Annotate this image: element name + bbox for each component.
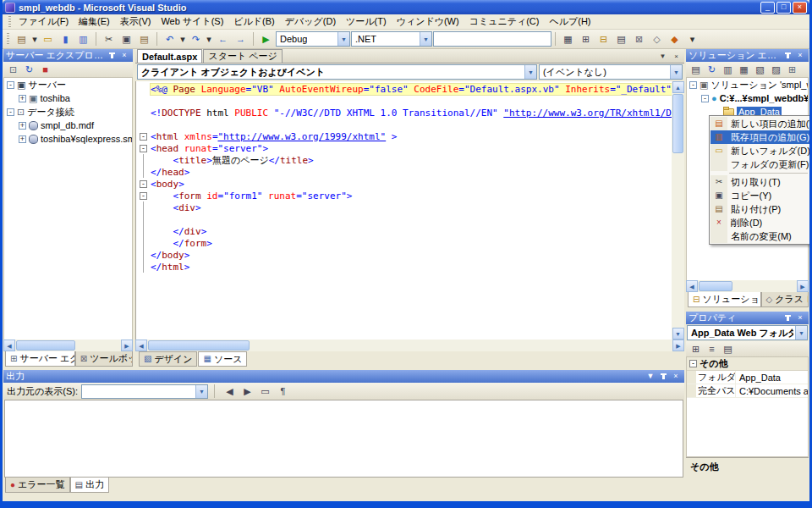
editor-vertical-scrollbar[interactable]: ▲ ▼: [672, 81, 684, 340]
find-in-files-button[interactable]: ▦: [559, 30, 577, 47]
event-dropdown-button[interactable]: ▼: [670, 65, 682, 79]
navigate-forward-button[interactable]: →: [232, 30, 250, 47]
pin-button[interactable]: [106, 51, 118, 61]
object-browser-button[interactable]: ◇: [648, 30, 666, 47]
category-collapse-icon[interactable]: -: [689, 360, 697, 367]
toolbar-grip[interactable]: [7, 33, 9, 45]
editor-horizontal-scrollbar[interactable]: ◀ ▶: [135, 340, 684, 351]
tree-item-1[interactable]: -●C:¥...¥smpl_webdb¥: [687, 91, 808, 105]
scroll-down-button[interactable]: ▼: [672, 328, 684, 340]
tree-expander-icon[interactable]: +: [19, 95, 26, 102]
connect-to-database-button[interactable]: ⊡: [5, 63, 21, 77]
debug-config-combo[interactable]: Debug ▼: [276, 31, 350, 47]
tree-item-1[interactable]: +▣toshiba: [4, 91, 132, 105]
context-menu-item-2[interactable]: ▭新しいフォルダ(D): [710, 144, 809, 157]
toolbar-options-button[interactable]: ▾: [683, 30, 701, 47]
property-value[interactable]: C:¥Documents and: [736, 386, 808, 396]
output-content[interactable]: [4, 400, 683, 478]
cut-button[interactable]: ✂: [100, 30, 118, 47]
output-splitter[interactable]: [3, 367, 684, 370]
pin-button[interactable]: [657, 372, 669, 382]
code-editor[interactable]: <%@ Page Language="VB" AutoEventWireup="…: [136, 81, 672, 340]
menu-item-2[interactable]: 表示(V): [115, 14, 156, 30]
copy-web-site-button[interactable]: ▨: [768, 63, 784, 77]
asp-net-configuration-button[interactable]: ⊞: [784, 63, 800, 77]
left-dock-tab-1[interactable]: ⊠ツールボックス: [75, 351, 133, 367]
fold-collapse-icon[interactable]: -: [140, 133, 147, 141]
save-button[interactable]: ▮: [57, 30, 74, 47]
close-panel-button[interactable]: ×: [670, 372, 682, 382]
code-line-4[interactable]: [136, 119, 672, 130]
save-all-button[interactable]: ▥: [74, 30, 92, 47]
properties-window-button[interactable]: ▤: [612, 30, 630, 47]
alphabetical-button[interactable]: ≡: [704, 342, 720, 356]
right-splitter[interactable]: [684, 49, 686, 495]
scroll-thumb[interactable]: [16, 340, 75, 351]
scroll-left-button[interactable]: ◀: [3, 340, 15, 351]
new-web-site-button[interactable]: ▤: [13, 30, 30, 47]
view-designer-button[interactable]: ▧: [752, 63, 768, 77]
code-line-14[interactable]: </form>: [136, 237, 672, 249]
menu-grip[interactable]: [8, 16, 11, 28]
object-dropdown-button[interactable]: ▼: [524, 65, 536, 79]
code-line-8[interactable]: </head>: [136, 166, 672, 178]
output-tab-1[interactable]: ▤出力: [70, 478, 109, 493]
document-list-button[interactable]: ▼: [656, 51, 669, 63]
output-tab-0[interactable]: ●エラー一覧: [5, 478, 70, 493]
server-explorer-header[interactable]: サーバー エクスプローラ ×: [3, 49, 133, 62]
command-window-button[interactable]: ⊞: [577, 30, 595, 47]
scroll-thumb[interactable]: [699, 281, 732, 291]
document-tab-0[interactable]: Default.aspx: [137, 49, 202, 63]
tree-item-0[interactable]: -▣サーバー: [4, 78, 132, 91]
scroll-left-button[interactable]: ◀: [686, 280, 698, 292]
paste-button[interactable]: ▤: [135, 30, 153, 47]
close-document-button[interactable]: ×: [670, 51, 683, 63]
menu-item-4[interactable]: ビルド(B): [228, 14, 279, 30]
context-menu-item-0[interactable]: ▤新しい項目の追加(W)...: [710, 117, 809, 130]
code-line-10[interactable]: - <form id="form1" runat="server">: [136, 190, 672, 202]
scroll-right-button[interactable]: ▶: [672, 340, 684, 351]
scroll-up-button[interactable]: ▲: [672, 81, 684, 93]
open-file-button[interactable]: ▭: [39, 30, 57, 47]
view-tab-1[interactable]: ▦ソース: [198, 351, 247, 367]
start-page-button[interactable]: ◆: [666, 30, 683, 47]
window-menu-button[interactable]: ▼: [645, 372, 656, 382]
server-explorer-hscrollbar[interactable]: ◀ ▶: [3, 340, 133, 351]
properties-header[interactable]: プロパティ ×: [686, 312, 809, 324]
properties-object-dropdown[interactable]: App_Data Web フォルダのプロパティ ▼: [687, 325, 808, 340]
tree-expander-icon[interactable]: -: [7, 81, 14, 89]
pin-button[interactable]: [782, 51, 793, 61]
code-line-9[interactable]: -<body>: [136, 178, 672, 190]
fold-collapse-icon[interactable]: -: [140, 145, 147, 152]
scroll-thumb[interactable]: [672, 94, 683, 153]
go-to-next-message-button[interactable]: ▶: [239, 383, 256, 400]
tree-item-2[interactable]: -⊡データ接続: [4, 105, 132, 119]
fold-toggle[interactable]: -: [136, 190, 151, 202]
property-category-row[interactable]: -その他: [687, 357, 808, 371]
context-menu-item-8[interactable]: ×削除(D): [710, 216, 809, 229]
scroll-right-button[interactable]: ▶: [121, 340, 133, 351]
code-line-2[interactable]: [136, 95, 672, 107]
left-splitter[interactable]: [133, 49, 135, 367]
tree-expander-icon[interactable]: -: [689, 81, 697, 89]
code-line-1[interactable]: <%@ Page Language="VB" AutoEventWireup="…: [136, 83, 672, 95]
code-line-7[interactable]: <title>無題のページ</title>: [136, 154, 672, 166]
restore-button[interactable]: □: [776, 2, 791, 14]
title-bar[interactable]: smpl_webdb - Microsoft Visual Studio _ □…: [3, 0, 809, 14]
code-line-11[interactable]: <div>: [136, 202, 672, 213]
drop-arrow-button[interactable]: ▾: [205, 30, 213, 47]
tree-item-0[interactable]: -▣ソリューション 'smpl_webdb' (1 プロジェクト): [687, 78, 808, 91]
property-pages-button[interactable]: ▤: [720, 342, 736, 356]
drop-arrow-button[interactable]: ▾: [178, 30, 187, 47]
menu-item-8[interactable]: コミュニティ(C): [464, 14, 545, 30]
categorized-button[interactable]: ⊞: [688, 342, 704, 356]
scroll-thumb[interactable]: [148, 340, 250, 351]
view-code-button[interactable]: ▦: [736, 63, 752, 77]
property-row-1[interactable]: 完全パスC:¥Documents and: [687, 384, 808, 398]
fold-toggle[interactable]: -: [136, 178, 151, 190]
right-dock-tab-1[interactable]: ◇クラス ビュー: [761, 292, 809, 307]
event-dropdown[interactable]: (イベントなし) ▼: [539, 64, 683, 80]
nest-related-files-button[interactable]: ▥: [720, 63, 736, 77]
tree-expander-icon[interactable]: -: [7, 108, 14, 116]
solution-explorer-header[interactable]: ソリューション エクスプローラー - ×: [686, 49, 809, 62]
